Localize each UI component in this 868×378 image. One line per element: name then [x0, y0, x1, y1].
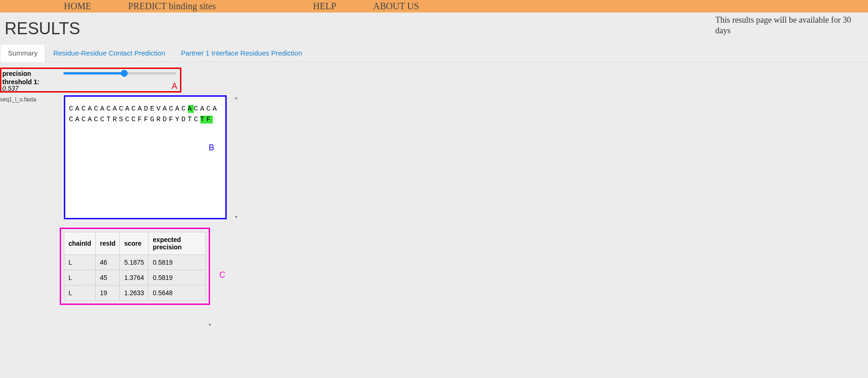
scroll-down-icon[interactable]: ▾ [234, 215, 238, 219]
col-expected-precision: expected precision [149, 232, 206, 255]
annotation-c: C [219, 270, 225, 280]
nav-predict[interactable]: PREDICT binding sites [128, 1, 216, 12]
results-table-panel: chainId resId score expected precision L… [60, 228, 210, 305]
highlighted-residue: A [188, 105, 194, 113]
sequence-display: CACACACACACADEVACACACACACACACCTRSCCFFGRD… [69, 104, 222, 125]
slider-fill [63, 72, 123, 74]
table-row: L 46 5.1875 0.5819 [64, 255, 206, 270]
precision-threshold-panel: precisionthreshold 1: 0.537 A [0, 68, 181, 93]
scrollbar[interactable]: ▴ ▾ [234, 95, 238, 219]
highlighted-residue: TF [200, 116, 213, 124]
scroll-down-icon[interactable]: ▾ [209, 322, 211, 327]
table-header-row: chainId resId score expected precision [64, 232, 206, 255]
table-row: L 45 1.3764 0.5819 [64, 270, 206, 285]
sequence-panel: CACACACACACADEVACACACACACACACCTRSCCFFGRD… [64, 95, 227, 219]
tab-summary[interactable]: Summary [0, 44, 45, 62]
col-chainid: chainId [64, 232, 96, 255]
col-score: score [120, 232, 149, 255]
precision-slider[interactable] [63, 70, 176, 77]
scroll-up-icon[interactable]: ▴ [234, 95, 238, 100]
nav-help[interactable]: HELP [313, 1, 336, 12]
tabs: Summary Residue-Residue Contact Predicti… [0, 44, 868, 62]
tab-partner1-interface[interactable]: Partner 1 Interface Residues Prediction [173, 44, 310, 62]
navbar: HOME PREDICT binding sites HELP ABOUT US [0, 0, 868, 12]
table-row: L 19 1.2633 0.5648 [64, 285, 206, 301]
threshold-label: precisionthreshold 1: [2, 69, 39, 86]
annotation-b: B [209, 143, 214, 153]
annotation-a: A [172, 81, 177, 91]
col-resid: resId [96, 232, 120, 255]
tab-contact-prediction[interactable]: Residue-Residue Contact Prediction [45, 44, 173, 62]
slider-thumb[interactable] [121, 70, 128, 77]
nav-home[interactable]: HOME [64, 1, 91, 12]
availability-notice: This results page will be available for … [715, 15, 859, 37]
results-table: chainId resId score expected precision L… [64, 232, 206, 301]
sequence-filename: seq1_l_u.fasta [0, 95, 64, 219]
nav-about[interactable]: ABOUT US [373, 1, 419, 12]
threshold-value: 0.537 [2, 85, 19, 92]
